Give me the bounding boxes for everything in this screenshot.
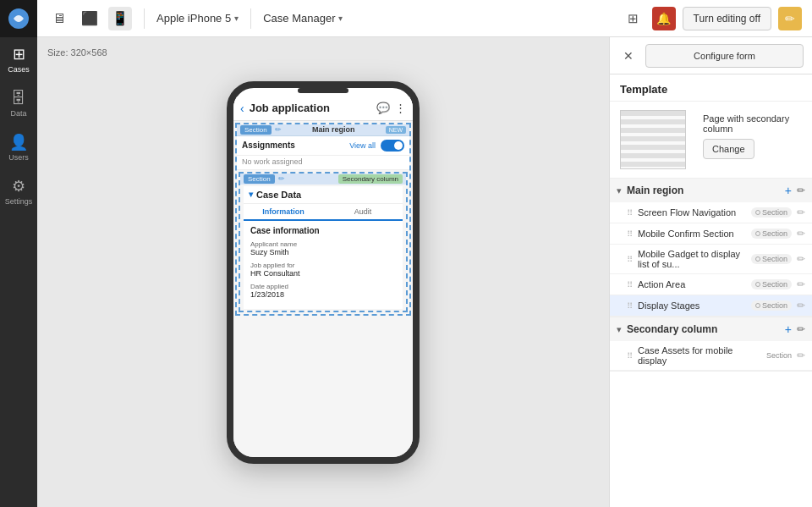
secondary-column-header[interactable]: ▾ Secondary column + ✏ xyxy=(610,317,812,341)
section-badge: Section xyxy=(240,125,272,135)
field-applicant-name: Applicant name Suzy Smith xyxy=(250,240,396,256)
sidebar-item-cases[interactable]: ⊞ Cases xyxy=(0,37,37,81)
edit-section-icon-2: ✏ xyxy=(278,174,285,183)
edit-section-row-display-stages[interactable]: ✏ xyxy=(797,300,805,311)
desktop-device-button[interactable]: 🖥 xyxy=(47,7,71,30)
secondary-column-section: ▾ Secondary column + ✏ ⠿ Case Assets for… xyxy=(610,317,812,372)
configure-form-label: Configure form xyxy=(694,51,755,61)
edit-section-row-mobile-confirm[interactable]: ✏ xyxy=(797,228,805,240)
drag-handle-action-area: ⠿ xyxy=(627,280,633,289)
phone-header-icons: 💬 ⋮ xyxy=(376,102,406,114)
notification-button[interactable]: 🔔 xyxy=(652,7,676,30)
secondary-column-outline: Section ✏ Secondary column ▾ Case Data xyxy=(239,172,408,312)
phone-back-button[interactable]: ‹ xyxy=(240,102,244,115)
sidebar-item-label-data: Data xyxy=(10,109,26,118)
phone-title: Job application xyxy=(250,102,371,114)
tablet-icon: ⬛ xyxy=(81,10,98,26)
mobile-device-button[interactable]: 📱 xyxy=(108,7,132,30)
edit-main-region-button[interactable]: ✏ xyxy=(797,185,805,196)
bell-icon: 🔔 xyxy=(656,12,671,25)
template-description: Page with secondary column xyxy=(703,113,802,134)
section-badge-mobile-gadget: Section xyxy=(751,254,792,264)
mobile-icon: 📱 xyxy=(112,10,129,26)
sidebar-item-label-users: Users xyxy=(8,153,29,162)
assignments-row: Assignments View all xyxy=(237,136,409,156)
badge-dot-2 xyxy=(755,231,760,236)
section-row-mobile-gadget[interactable]: ⠿ Mobile Gadget to display list of su...… xyxy=(610,245,812,274)
form-dropdown-arrow: ▾ xyxy=(338,14,343,23)
section-row-display-stages[interactable]: ⠿ Display Stages Section ✏ xyxy=(610,295,812,317)
add-main-region-button[interactable]: + xyxy=(785,184,792,197)
main-region-header[interactable]: ▾ Main region + ✏ xyxy=(610,179,812,202)
badge-dot-3 xyxy=(755,256,760,262)
configure-form-button[interactable]: Configure form xyxy=(645,44,804,68)
edit-section-row-case-assets[interactable]: ✏ xyxy=(797,350,805,361)
phone-screen: ‹ Job application 💬 ⋮ Section ✏ xyxy=(233,96,413,464)
drag-handle-screen-flow: ⠿ xyxy=(627,208,633,218)
section-label-bar: Section ✏ Main region NEW xyxy=(237,124,409,136)
edit-section-icon: ✏ xyxy=(275,125,282,134)
sidebar-item-label-cases: Cases xyxy=(8,65,30,74)
sidebar-item-label-settings: Settings xyxy=(5,197,33,206)
edit-section-row-screen-flow[interactable]: ✏ xyxy=(797,207,805,218)
more-icon: ⋮ xyxy=(395,102,406,114)
grid-icon: ⊞ xyxy=(628,11,639,26)
app-logo xyxy=(0,0,37,37)
cases-icon: ⊞ xyxy=(13,45,25,63)
tablet-device-button[interactable]: ⬛ xyxy=(78,7,102,30)
label-applicant-name: Applicant name xyxy=(250,240,396,248)
turn-editing-button[interactable]: Turn editing off xyxy=(683,7,771,30)
turn-editing-label: Turn editing off xyxy=(694,13,760,25)
collapse-main-icon: ▾ xyxy=(617,185,622,196)
change-template-button[interactable]: Change xyxy=(703,139,754,159)
topbar-right: ⊞ 🔔 Turn editing off ✏ xyxy=(622,7,802,30)
section-badge-screen-flow: Section xyxy=(751,207,792,218)
size-label: Size: 320×568 xyxy=(47,47,107,58)
toggle-handle xyxy=(394,141,403,150)
close-button[interactable]: ✕ xyxy=(618,46,639,66)
chat-icon: 💬 xyxy=(376,102,390,114)
edit-section-row-mobile-gadget[interactable]: ✏ xyxy=(797,253,805,265)
section-badge-2: Section xyxy=(244,174,275,184)
sidebar-item-users[interactable]: 👤 Users xyxy=(0,125,37,169)
phone-tabs: Information Audit xyxy=(244,204,403,221)
badge-dot-4 xyxy=(755,282,760,287)
sidebar-item-settings[interactable]: ⚙ Settings xyxy=(0,169,37,213)
section-row-mobile-confirm[interactable]: ⠿ Mobile Confirm Section Section ✏ xyxy=(610,223,812,245)
value-date-applied: 1/23/2018 xyxy=(250,290,396,299)
section-row-case-assets[interactable]: ⠿ Case Assets for mobile display Section… xyxy=(610,341,812,371)
sidebar-item-data[interactable]: 🗄 Data xyxy=(0,81,37,125)
canvas-area: Size: 320×568 ‹ Job application 💬 ⋮ xyxy=(37,37,609,507)
edit-icon-button[interactable]: ✏ xyxy=(778,7,802,30)
section-row-screen-flow[interactable]: ⠿ Screen Flow Navigation Section ✏ xyxy=(610,202,812,223)
drag-handle-mobile-gadget: ⠿ xyxy=(627,255,633,264)
grid-view-button[interactable]: ⊞ xyxy=(622,7,645,30)
section-row-action-area[interactable]: ⠿ Action Area Section ✏ xyxy=(610,274,812,295)
section-badge-mobile-confirm: Section xyxy=(751,229,792,239)
label-job-applied: Job applied for xyxy=(250,262,396,269)
edit-secondary-column-button[interactable]: ✏ xyxy=(797,323,805,335)
section-badge-case-assets: Section xyxy=(766,351,792,360)
case-data-card: ▾ Case Data Information Audit Case infor… xyxy=(244,186,403,309)
topbar-separator-1 xyxy=(144,8,145,29)
edit-section-row-action-area[interactable]: ✏ xyxy=(797,278,805,290)
tab-information[interactable]: Information xyxy=(244,204,323,221)
no-work-label: No work assigned xyxy=(237,156,409,170)
case-info-title: Case information xyxy=(250,226,396,235)
toggle-switch[interactable] xyxy=(381,140,404,152)
main-area: 🖥 ⬛ 📱 Apple iPhone 5 ▾ Case Manager ▾ ⊞ … xyxy=(37,0,812,507)
add-secondary-column-button[interactable]: + xyxy=(785,322,792,336)
tab-audit[interactable]: Audit xyxy=(323,204,403,219)
phone-notch xyxy=(298,88,348,93)
view-all-link[interactable]: View all xyxy=(349,141,376,150)
template-thumbnail xyxy=(620,110,686,169)
device-selector[interactable]: Apple iPhone 5 ▾ xyxy=(156,12,239,25)
main-region-section: ▾ Main region + ✏ ⠿ Screen Flow Navigati… xyxy=(610,179,812,317)
form-selector[interactable]: Case Manager ▾ xyxy=(263,12,343,25)
phone-header: ‹ Job application 💬 ⋮ xyxy=(233,96,413,121)
section-outline: Section ✏ Main region NEW Assignments Vi… xyxy=(235,123,411,316)
section-name-display-stages: Display Stages xyxy=(638,300,746,311)
desktop-icon: 🖥 xyxy=(52,11,66,26)
section-name-mobile-gadget: Mobile Gadget to display list of su... xyxy=(638,249,746,269)
right-panel: ✕ Configure form Template Page with seco… xyxy=(609,37,812,507)
